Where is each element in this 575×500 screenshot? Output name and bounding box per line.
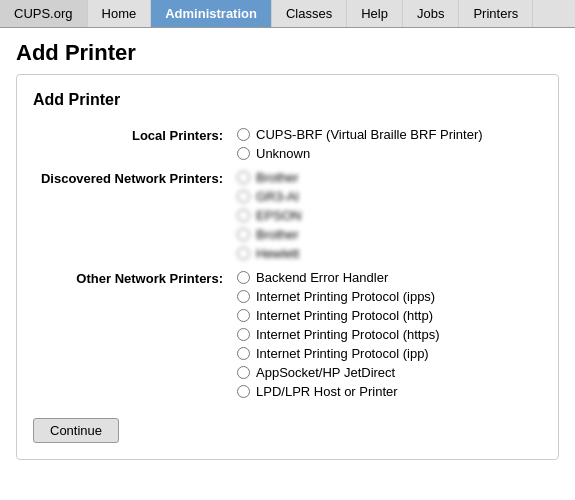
radio-ipp-https: Internet Printing Protocol (https) [237,325,538,344]
radio-backend-error-label[interactable]: Backend Error Handler [256,270,388,285]
radio-ipp-ipp-label[interactable]: Internet Printing Protocol (ipp) [256,346,429,361]
radio-cups-brf-label[interactable]: CUPS-BRF (Virtual Braille BRF Printer) [256,127,483,142]
radio-epson-label[interactable]: EPSON [256,208,302,223]
local-printers-options: CUPS-BRF (Virtual Braille BRF Printer) U… [233,123,542,166]
radio-ipp-ipp-input[interactable] [237,347,250,360]
radio-hewlett-input[interactable] [237,247,250,260]
radio-hewlett: Hewlett [237,244,538,263]
local-printers-label: Local Printers: [33,123,233,166]
radio-brother2-label[interactable]: Brother [256,227,299,242]
radio-cups-brf: CUPS-BRF (Virtual Braille BRF Printer) [237,125,538,144]
nav-cups[interactable]: CUPS.org [0,0,88,27]
radio-appsocket: AppSocket/HP JetDirect [237,363,538,382]
local-printers-row: Local Printers: CUPS-BRF (Virtual Braill… [33,123,542,166]
radio-brother1-label[interactable]: Brother [256,170,299,185]
nav-home[interactable]: Home [88,0,152,27]
radio-epson-input[interactable] [237,209,250,222]
radio-ipp-https-input[interactable] [237,328,250,341]
other-printers-row: Other Network Printers: Backend Error Ha… [33,266,542,404]
nav-jobs[interactable]: Jobs [403,0,459,27]
radio-backend-error-input[interactable] [237,271,250,284]
radio-lpd-label[interactable]: LPD/LPR Host or Printer [256,384,398,399]
radio-appsocket-label[interactable]: AppSocket/HP JetDirect [256,365,395,380]
nav-help[interactable]: Help [347,0,403,27]
radio-appsocket-input[interactable] [237,366,250,379]
nav-administration[interactable]: Administration [151,0,272,27]
radio-brother2-input[interactable] [237,228,250,241]
radio-gr3al-label[interactable]: GR3-Al [256,189,299,204]
radio-ipp-http-label[interactable]: Internet Printing Protocol (http) [256,308,433,323]
nav-printers[interactable]: Printers [459,0,533,27]
nav-classes[interactable]: Classes [272,0,347,27]
discovered-printers-row: Discovered Network Printers: Brother GR3… [33,166,542,266]
radio-backend-error: Backend Error Handler [237,268,538,287]
radio-gr3al: GR3-Al [237,187,538,206]
radio-ipp-ipps: Internet Printing Protocol (ipps) [237,287,538,306]
button-row: Continue [33,418,542,443]
other-printers-label: Other Network Printers: [33,266,233,404]
radio-ipp-http: Internet Printing Protocol (http) [237,306,538,325]
other-printers-options: Backend Error Handler Internet Printing … [233,266,542,404]
radio-gr3al-input[interactable] [237,190,250,203]
discovered-printers-options: Brother GR3-Al EPSON Brother [233,166,542,266]
radio-ipp-https-label[interactable]: Internet Printing Protocol (https) [256,327,440,342]
radio-ipp-ipps-input[interactable] [237,290,250,303]
radio-hewlett-label[interactable]: Hewlett [256,246,299,261]
radio-unknown-input[interactable] [237,147,250,160]
radio-unknown: Unknown [237,144,538,163]
page-title: Add Printer [0,28,575,74]
main-nav: CUPS.org Home Administration Classes Hel… [0,0,575,28]
radio-ipp-http-input[interactable] [237,309,250,322]
radio-lpd: LPD/LPR Host or Printer [237,382,538,401]
radio-brother1-input[interactable] [237,171,250,184]
add-printer-section: Add Printer Local Printers: CUPS-BRF (Vi… [16,74,559,460]
section-title: Add Printer [33,91,542,109]
radio-ipp-ipp: Internet Printing Protocol (ipp) [237,344,538,363]
radio-epson: EPSON [237,206,538,225]
radio-cups-brf-input[interactable] [237,128,250,141]
radio-ipp-ipps-label[interactable]: Internet Printing Protocol (ipps) [256,289,435,304]
discovered-printers-label: Discovered Network Printers: [33,166,233,266]
radio-brother2: Brother [237,225,538,244]
radio-brother1: Brother [237,168,538,187]
radio-lpd-input[interactable] [237,385,250,398]
printer-form: Local Printers: CUPS-BRF (Virtual Braill… [33,123,542,404]
continue-button[interactable]: Continue [33,418,119,443]
radio-unknown-label[interactable]: Unknown [256,146,310,161]
